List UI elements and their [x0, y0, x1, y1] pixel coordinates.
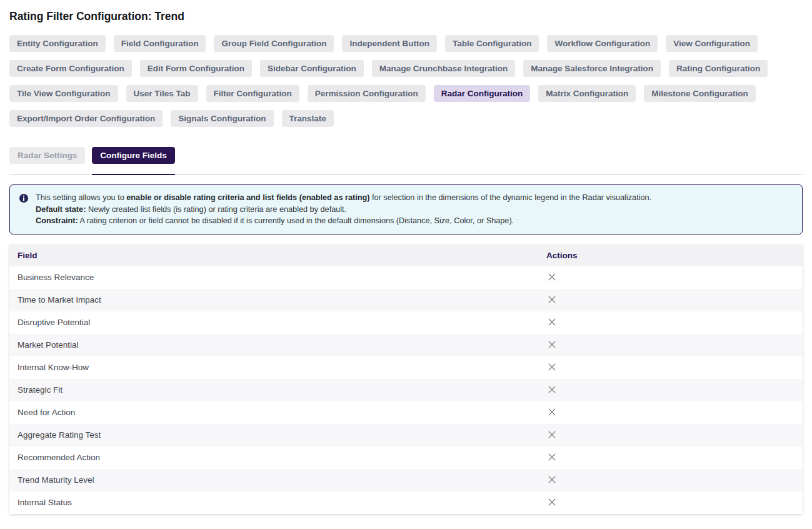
remove-field-button[interactable] [546, 451, 558, 463]
nav-chip-row: Entity ConfigurationField ConfigurationG… [9, 35, 803, 52]
actions-cell [538, 271, 803, 283]
column-header-actions: Actions [538, 251, 803, 260]
actions-cell [538, 406, 803, 418]
actions-cell [538, 294, 803, 306]
table-row: Internal Know-How [9, 356, 803, 379]
nav-chip-export-import-order-configuration[interactable]: Export/Import Order Configuration [9, 110, 163, 127]
field-name: Strategic Fit [9, 385, 538, 395]
tab-radar-settings[interactable]: Radar Settings [9, 147, 85, 164]
nav-chip-rating-configuration[interactable]: Rating Configuration [669, 60, 768, 77]
remove-field-button[interactable] [546, 361, 558, 373]
field-name: Disruptive Potential [9, 318, 538, 327]
remove-field-button[interactable] [546, 294, 558, 305]
field-name: Recommended Action [9, 453, 538, 462]
remove-field-button[interactable] [546, 384, 558, 395]
table-row: Need for Action [9, 401, 803, 424]
remove-field-button[interactable] [546, 496, 558, 508]
table-row: Time to Market Impact [9, 289, 803, 311]
table-body: Business RelevanceTime to Market ImpactD… [9, 266, 803, 514]
nav-chip-row: Export/Import Order ConfigurationSignals… [9, 110, 803, 127]
table-row: Recommended Action [9, 446, 803, 469]
close-icon [548, 475, 556, 484]
nav-chip-tile-view-configuration[interactable]: Tile View Configuration [9, 85, 118, 102]
nav-chip-sidebar-configuration[interactable]: Sidebar Configuration [260, 60, 364, 77]
field-name: Business Relevance [9, 273, 538, 282]
remove-field-button[interactable] [546, 271, 558, 283]
table-header: Field Actions [9, 244, 803, 266]
close-icon [548, 430, 556, 439]
remove-field-button[interactable] [546, 474, 558, 485]
nav-chip-signals-configuration[interactable]: Signals Configuration [171, 110, 273, 127]
nav-chip-manage-crunchbase-integration[interactable]: Manage Crunchbase Integration [372, 60, 516, 77]
remove-field-button[interactable] [546, 429, 558, 440]
info-line-default-state: Default state: Newly created list fields… [36, 204, 793, 216]
nav-chip-view-configuration[interactable]: View Configuration [666, 35, 758, 52]
page-title: Rating Filter Configuration: Trend [9, 9, 803, 23]
table-row: Strategic Fit [9, 379, 803, 401]
nav-chip-entity-configuration[interactable]: Entity Configuration [9, 35, 106, 52]
field-name: Internal Know-How [9, 363, 538, 372]
close-icon [548, 318, 556, 326]
close-icon [548, 273, 556, 281]
info-line-constraint: Constraint: A rating criterion or field … [36, 215, 793, 227]
actions-cell [538, 361, 803, 373]
table-row: Trend Maturity Level [9, 469, 803, 491]
remove-field-button[interactable] [546, 316, 558, 328]
info-icon [19, 194, 28, 203]
column-header-field: Field [9, 251, 538, 260]
field-name: Internal Status [9, 498, 538, 507]
config-nav: Entity ConfigurationField ConfigurationG… [9, 35, 803, 127]
nav-chip-filter-configuration[interactable]: Filter Configuration [206, 85, 299, 102]
close-icon [548, 408, 556, 416]
field-name: Market Potential [9, 340, 538, 350]
nav-chip-radar-configuration[interactable]: Radar Configuration [434, 85, 531, 102]
actions-cell [538, 451, 803, 463]
nav-chip-table-configuration[interactable]: Table Configuration [445, 35, 539, 52]
nav-chip-independent-button[interactable]: Independent Button [342, 35, 436, 52]
fields-table: Field Actions Business RelevanceTime to … [9, 244, 803, 514]
close-icon [548, 363, 556, 371]
remove-field-button[interactable] [546, 406, 558, 418]
nav-chip-workflow-configuration[interactable]: Workflow Configuration [547, 35, 658, 52]
nav-chip-milestone-configuration[interactable]: Milestone Configuration [644, 85, 756, 102]
nav-chip-edit-form-configuration[interactable]: Edit Form Configuration [140, 60, 252, 77]
close-icon [548, 498, 556, 506]
actions-cell [538, 316, 803, 328]
page: Rating Filter Configuration: Trend Entit… [0, 0, 812, 514]
nav-chip-row: Create Form ConfigurationEdit Form Confi… [9, 60, 803, 77]
tab-divider [9, 174, 803, 175]
remove-field-button[interactable] [546, 339, 558, 350]
close-icon [548, 340, 556, 349]
table-row: Disruptive Potential [9, 311, 803, 334]
nav-chip-permission-configuration[interactable]: Permission Configuration [308, 85, 426, 102]
nav-chip-group-field-configuration[interactable]: Group Field Configuration [214, 35, 334, 52]
table-row: Aggregate Rating Test [9, 424, 803, 446]
close-icon [548, 385, 556, 394]
table-row: Business Relevance [9, 266, 803, 289]
nav-chip-matrix-configuration[interactable]: Matrix Configuration [538, 85, 636, 102]
nav-chip-create-form-configuration[interactable]: Create Form Configuration [9, 60, 132, 77]
actions-cell [538, 474, 803, 486]
field-name: Time to Market Impact [9, 295, 538, 305]
info-text: This setting allows you to enable or dis… [36, 192, 793, 227]
nav-chip-field-configuration[interactable]: Field Configuration [114, 35, 206, 52]
close-icon [548, 295, 556, 304]
active-tab-underline [92, 174, 175, 175]
nav-chip-user-tiles-tab[interactable]: User Tiles Tab [126, 85, 198, 102]
info-line-setting: This setting allows you to enable or dis… [36, 192, 793, 204]
tab-bar: Radar SettingsConfigure Fields [9, 147, 803, 164]
actions-cell [538, 339, 803, 351]
nav-chip-translate[interactable]: Translate [282, 110, 334, 127]
table-row: Internal Status [9, 491, 803, 514]
actions-cell [538, 429, 803, 441]
actions-cell [538, 384, 803, 396]
info-box: This setting allows you to enable or dis… [9, 184, 803, 234]
nav-chip-manage-salesforce-integration[interactable]: Manage Salesforce Integration [523, 60, 661, 77]
table-row: Market Potential [9, 334, 803, 356]
field-name: Need for Action [9, 408, 538, 417]
nav-chip-row: Tile View ConfigurationUser Tiles TabFil… [9, 85, 803, 102]
actions-cell [538, 496, 803, 508]
tab-configure-fields[interactable]: Configure Fields [92, 147, 175, 164]
field-name: Trend Maturity Level [9, 475, 538, 485]
close-icon [548, 453, 556, 461]
